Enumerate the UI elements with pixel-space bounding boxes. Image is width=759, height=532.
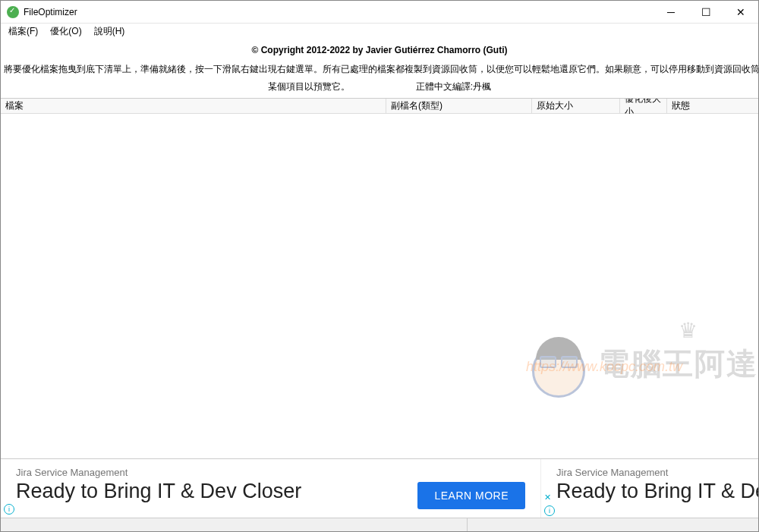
column-optimized-size[interactable]: 優化後大小 xyxy=(620,99,667,113)
watermark-crown-icon: ♛ xyxy=(679,318,698,343)
watermark-text: 電腦王阿達 xyxy=(599,343,758,385)
app-icon xyxy=(7,6,19,18)
content-area: © Copyright 2012-2022 by Javier Gutiérre… xyxy=(1,39,758,531)
menu-help[interactable]: 說明(H) xyxy=(91,24,128,39)
column-status[interactable]: 狀態 xyxy=(667,99,758,113)
column-original-size[interactable]: 原始大小 xyxy=(532,99,620,113)
file-table: 檔案 副檔名(類型) 原始大小 優化後大小 狀態 ♛ 電腦王阿達 https xyxy=(1,98,758,458)
app-window: FileOptimizer ─ ☐ ✕ 檔案(F) 優化(O) 說明(H) © … xyxy=(0,0,759,532)
minimize-button[interactable]: ─ xyxy=(653,1,688,24)
ad-info-icon[interactable]: i xyxy=(544,505,555,516)
ad-learn-more-button[interactable]: LEARN MORE xyxy=(417,482,525,509)
maximize-button[interactable]: ☐ xyxy=(688,1,723,24)
table-body-drop-zone[interactable]: ♛ 電腦王阿達 https://www.kocpc.com.tw xyxy=(1,114,758,458)
menubar: 檔案(F) 優化(O) 說明(H) xyxy=(1,24,758,39)
watermark-url: https://www.kocpc.com.tw xyxy=(526,359,682,375)
ad-right-headline: Ready to Bring IT & De xyxy=(556,480,743,503)
window-controls: ─ ☐ ✕ xyxy=(653,1,758,24)
statusbar-right-pane xyxy=(468,518,758,531)
ad-right-subtitle: Jira Service Management xyxy=(556,467,743,478)
statusbar-left-pane xyxy=(1,518,468,531)
menu-optimize[interactable]: 優化(O) xyxy=(47,24,84,39)
copyright-text: © Copyright 2012-2022 by Javier Gutiérre… xyxy=(1,39,758,58)
column-extension[interactable]: 副檔名(類型) xyxy=(386,99,532,113)
instructions-translator: 正體中文編譯:丹楓 xyxy=(416,81,491,92)
window-title: FileOptimizer xyxy=(24,7,77,17)
close-button[interactable]: ✕ xyxy=(723,1,758,24)
titlebar: FileOptimizer ─ ☐ ✕ xyxy=(1,1,758,24)
instructions-line2: 某個項目以預覽它。 正體中文編譯:丹楓 xyxy=(1,80,758,98)
ads-row: Jira Service Management Ready to Bring I… xyxy=(1,458,758,518)
watermark: ♛ 電腦王阿達 xyxy=(524,329,758,398)
watermark-avatar-icon xyxy=(524,329,593,398)
ad-close-icon[interactable]: ✕ xyxy=(544,493,551,502)
instructions-preview: 某個項目以預覽它。 xyxy=(268,81,350,92)
instructions-line1: 將要優化檔案拖曳到底下清單上，準備就緒後，按一下滑鼠右鍵出現右鍵選單。所有已處理… xyxy=(1,58,758,80)
menu-file[interactable]: 檔案(F) xyxy=(5,24,41,39)
ad-right[interactable]: Jira Service Management Ready to Bring I… xyxy=(541,459,758,518)
ad-info-icon[interactable]: i xyxy=(4,504,14,515)
ad-left[interactable]: Jira Service Management Ready to Bring I… xyxy=(1,459,541,518)
statusbar xyxy=(1,518,758,531)
table-header: 檔案 副檔名(類型) 原始大小 優化後大小 狀態 xyxy=(1,99,758,114)
column-file[interactable]: 檔案 xyxy=(1,99,386,113)
ad-left-subtitle: Jira Service Management xyxy=(16,467,525,478)
